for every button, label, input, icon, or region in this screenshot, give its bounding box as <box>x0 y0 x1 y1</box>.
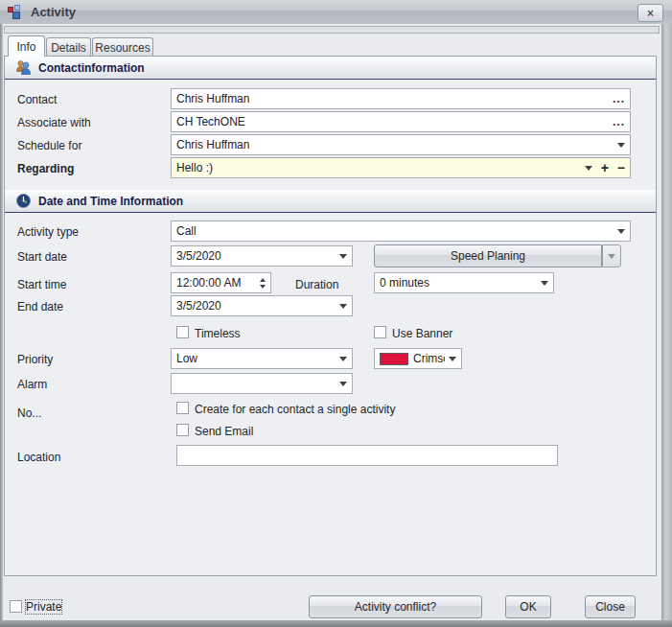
window-frame-bottom <box>0 620 672 627</box>
activity-conflict-button[interactable]: Activity conflict? <box>309 595 482 618</box>
contact-section-title: Contactinformation <box>38 61 145 75</box>
window-frame-left <box>0 24 3 627</box>
duration-value: 0 minutes <box>380 276 429 290</box>
use-banner-checkbox[interactable] <box>374 326 386 338</box>
use-banner-label: Use Banner <box>392 327 452 340</box>
associate-field[interactable]: CH TechONE ... <box>171 111 631 132</box>
end-date-label: End date <box>17 300 63 314</box>
tab-info[interactable]: Info <box>8 35 45 57</box>
duration-label: Duration <box>295 278 338 291</box>
regarding-label: Regarding <box>17 162 74 175</box>
chevron-down-icon[interactable] <box>617 229 625 234</box>
activity-type-label: Activity type <box>17 225 79 239</box>
location-field[interactable] <box>176 445 558 466</box>
priority-value: Low <box>176 352 197 365</box>
private-checkbox[interactable] <box>10 600 22 613</box>
chevron-down-icon[interactable] <box>617 143 625 148</box>
datetime-section-title: Date and Time Information <box>38 195 183 208</box>
tab-resources[interactable]: Resources <box>92 37 153 57</box>
window-title: Activity <box>31 5 76 19</box>
alarm-label: Alarm <box>17 378 47 391</box>
speed-planing-dropdown-button[interactable] <box>602 244 621 267</box>
location-label: Location <box>17 451 60 464</box>
end-date-value: 3/5/2020 <box>176 299 221 313</box>
banner-color-combo[interactable]: Crimson <box>374 348 462 369</box>
clock-icon <box>15 193 32 209</box>
send-email-label: Send Email <box>195 425 253 438</box>
time-spin-down-button[interactable] <box>260 285 266 289</box>
schedule-for-label: Schedule for <box>17 139 81 152</box>
regarding-combo[interactable]: Hello :) + − <box>171 157 631 178</box>
ok-button[interactable]: OK <box>505 595 551 618</box>
activity-type-value: Call <box>176 224 197 238</box>
start-time-spinner[interactable]: 12:00:00 AM <box>171 272 271 293</box>
contact-section-header: Contactinformation <box>5 57 656 80</box>
associate-label: Associate with <box>17 116 91 129</box>
alarm-combo[interactable] <box>171 373 353 394</box>
time-spin-up-button[interactable] <box>260 278 266 282</box>
priority-label: Priority <box>17 353 53 366</box>
title-bar: Activity × <box>0 0 672 25</box>
create-single-activity-checkbox[interactable] <box>176 402 189 414</box>
schedule-for-value: Chris Huffman <box>176 138 249 151</box>
send-email-checkbox[interactable] <box>176 424 189 436</box>
start-time-value: 12:00:00 AM <box>176 276 241 290</box>
no-label: No... <box>17 406 41 420</box>
speed-planing-button[interactable]: Speed Planing <box>374 244 602 267</box>
priority-combo[interactable]: Low <box>171 348 353 369</box>
tool-strip <box>4 26 660 34</box>
start-date-value: 3/5/2020 <box>176 249 221 263</box>
create-single-activity-label: Create for each contact a single activit… <box>195 403 395 416</box>
window-frame-right <box>661 24 672 627</box>
contacts-icon <box>15 59 32 76</box>
duration-combo[interactable]: 0 minutes <box>374 272 554 293</box>
contact-field[interactable]: Chris Huffman ... <box>171 88 631 109</box>
chevron-down-icon[interactable] <box>339 254 347 259</box>
color-swatch <box>380 353 408 365</box>
start-time-label: Start time <box>17 278 66 291</box>
associate-value: CH TechONE <box>176 115 245 128</box>
chevron-down-icon[interactable] <box>449 357 456 361</box>
private-label: Private <box>26 600 61 614</box>
regarding-remove-button[interactable]: − <box>617 161 625 174</box>
activity-dialog: Activity × Info Details Resources Contac… <box>0 0 672 627</box>
chevron-down-icon <box>608 254 615 259</box>
timeless-checkbox[interactable] <box>176 326 189 338</box>
start-date-combo[interactable]: 3/5/2020 <box>171 245 353 267</box>
chevron-down-icon[interactable] <box>541 281 548 286</box>
end-date-combo[interactable]: 3/5/2020 <box>171 295 353 316</box>
contact-browse-button[interactable]: ... <box>613 94 625 104</box>
close-icon[interactable]: × <box>637 4 663 22</box>
activity-type-combo[interactable]: Call <box>171 221 631 242</box>
datetime-section-header: Date and Time Information <box>5 190 656 213</box>
timeless-label: Timeless <box>195 327 241 340</box>
contact-value: Chris Huffman <box>176 92 249 105</box>
chevron-down-icon[interactable] <box>339 304 347 309</box>
banner-color-value: Crimson <box>413 352 445 365</box>
chevron-down-icon[interactable] <box>339 382 347 386</box>
associate-browse-button[interactable]: ... <box>613 117 625 127</box>
chevron-down-icon[interactable] <box>585 166 592 171</box>
schedule-for-combo[interactable]: Chris Huffman <box>171 134 631 155</box>
contact-label: Contact <box>17 93 57 106</box>
start-date-label: Start date <box>17 250 67 264</box>
regarding-add-button[interactable]: + <box>601 161 609 174</box>
regarding-value: Hello :) <box>176 161 213 174</box>
tab-details[interactable]: Details <box>46 37 91 57</box>
close-button[interactable]: Close <box>585 595 636 618</box>
app-icon <box>8 5 23 20</box>
chevron-down-icon[interactable] <box>339 357 347 361</box>
